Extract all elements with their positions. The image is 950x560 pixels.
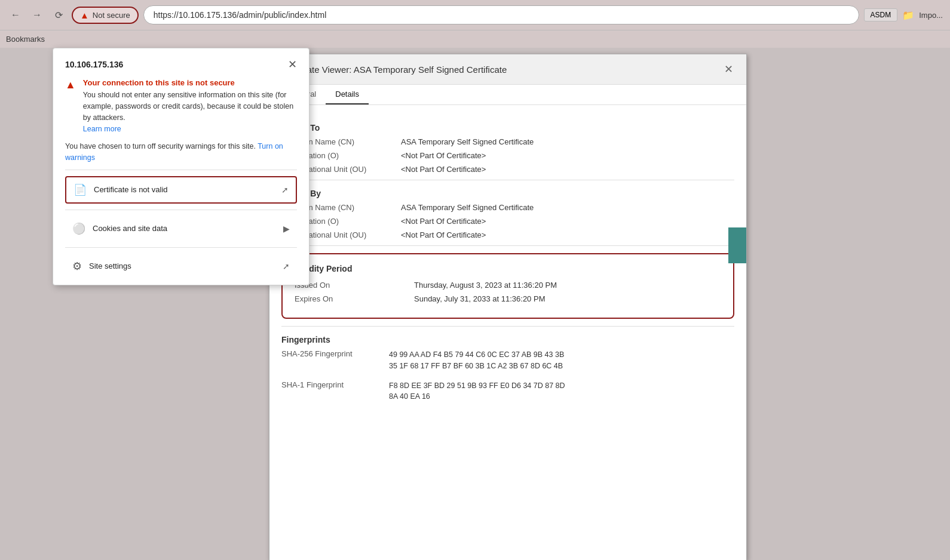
by-org-row: Organization (O) <Not Part Of Certificat… xyxy=(281,217,734,226)
issued-on-label: Issued On xyxy=(295,281,414,290)
expires-on-label: Expires On xyxy=(295,294,414,303)
divider-validity xyxy=(281,245,734,246)
cookies-menu-item[interactable]: ⚪ Cookies and site data ▶ xyxy=(65,216,297,241)
warning-triangle-icon: ▲ xyxy=(80,10,89,20)
warning-body: You should not enter any sensitive infor… xyxy=(83,90,297,123)
cookies-arrow-icon: ▶ xyxy=(283,224,290,233)
cookies-icon: ⚪ xyxy=(72,222,85,235)
security-popup: 10.106.175.136 ✕ ▲ Your connection to th… xyxy=(53,48,309,285)
browser-bar: ← → ⟳ ▲ Not secure https://10.106.175.13… xyxy=(0,0,950,30)
security-warning-block: ▲ Your connection to this site is not se… xyxy=(65,78,297,134)
not-secure-label: Not secure xyxy=(93,11,130,20)
address-bar[interactable]: https://10.106.175.136/admin/public/inde… xyxy=(143,5,859,24)
main-content: Certificate Viewer: ASA Temporary Self S… xyxy=(0,48,950,560)
popup-divider-2 xyxy=(65,210,297,210)
gear-icon: ⚙ xyxy=(72,260,82,273)
issued-by-title: Issued By xyxy=(281,189,734,198)
org-value: <Not Part Of Certificate> xyxy=(401,151,486,160)
external-link-icon: ➚ xyxy=(281,185,289,195)
popup-header: 10.106.175.136 ✕ xyxy=(65,58,297,71)
certificate-icon: 📄 xyxy=(73,183,87,196)
fingerprints-title: Fingerprints xyxy=(281,335,734,344)
learn-more-link[interactable]: Learn more xyxy=(83,125,121,133)
sha1-value: F8 8D EE 3F BD 29 51 9B 93 FF E0 D6 34 7… xyxy=(389,380,565,403)
divider-fingerprints xyxy=(281,326,734,327)
green-bar-element xyxy=(728,227,746,263)
cert-viewer-title: Certificate Viewer: ASA Temporary Self S… xyxy=(279,64,507,75)
folder-icon: 📁 xyxy=(902,10,914,21)
cert-org-row: Organization (O) <Not Part Of Certificat… xyxy=(281,151,734,160)
warnings-off-text: You have chosen to turn off security war… xyxy=(65,141,297,164)
warning-title: Your connection to this site is not secu… xyxy=(83,78,297,87)
tab-details[interactable]: Details xyxy=(326,85,369,104)
cookies-item-label: Cookies and site data xyxy=(93,224,283,233)
popup-close-button[interactable]: ✕ xyxy=(288,58,297,71)
cert-viewer-dialog: Certificate Viewer: ASA Temporary Self S… xyxy=(269,54,747,560)
sha1-label: SHA-1 Fingerprint xyxy=(281,380,389,403)
by-cn-value: ASA Temporary Self Signed Certificate xyxy=(401,203,534,212)
issued-on-value: Thursday, August 3, 2023 at 11:36:20 PM xyxy=(414,281,557,290)
cert-cn-row: Common Name (CN) ASA Temporary Self Sign… xyxy=(281,137,734,146)
bookmarks-label[interactable]: Bookmarks xyxy=(6,35,45,44)
sha256-label: SHA-256 Fingerprint xyxy=(281,349,389,372)
by-ou-value: <Not Part Of Certificate> xyxy=(401,230,486,239)
warning-content: Your connection to this site is not secu… xyxy=(83,78,297,134)
back-button[interactable]: ← xyxy=(7,7,24,23)
popup-divider-3 xyxy=(65,247,297,248)
asdm-button[interactable]: ASDM xyxy=(864,8,898,21)
not-secure-button[interactable]: ▲ Not secure xyxy=(72,7,139,24)
cert-viewer-header: Certificate Viewer: ASA Temporary Self S… xyxy=(269,54,746,85)
cert-viewer-close-button[interactable]: ✕ xyxy=(721,61,737,77)
cert-viewer-body: Issued To Common Name (CN) ASA Temporary… xyxy=(269,105,746,560)
cn-value: ASA Temporary Self Signed Certificate xyxy=(401,137,534,146)
cert-ou-row: Organizational Unit (OU) <Not Part Of Ce… xyxy=(281,165,734,174)
refresh-button[interactable]: ⟳ xyxy=(50,7,67,23)
validity-period-box: Validity Period Issued On Thursday, Augu… xyxy=(281,253,734,319)
impo-label: Impo... xyxy=(919,11,943,20)
validity-title: Validity Period xyxy=(295,264,721,273)
site-settings-label: Site settings xyxy=(89,261,283,270)
by-org-value: <Not Part Of Certificate> xyxy=(401,217,486,226)
turn-on-warnings-link[interactable]: Turn on warnings xyxy=(65,142,283,162)
divider-issued-by xyxy=(281,180,734,180)
warning-triangle-popup-icon: ▲ xyxy=(65,79,76,134)
bookmarks-bar: Bookmarks xyxy=(0,30,950,48)
forward-button[interactable]: → xyxy=(29,7,45,23)
sha1-row: SHA-1 Fingerprint F8 8D EE 3F BD 29 51 9… xyxy=(281,380,734,403)
by-cn-row: Common Name (CN) ASA Temporary Self Sign… xyxy=(281,203,734,212)
by-ou-row: Organizational Unit (OU) <Not Part Of Ce… xyxy=(281,230,734,239)
expires-on-row: Expires On Sunday, July 31, 2033 at 11:3… xyxy=(295,294,721,303)
popup-divider-1 xyxy=(65,170,297,170)
expires-on-value: Sunday, July 31, 2033 at 11:36:20 PM xyxy=(414,294,545,303)
issued-on-row: Issued On Thursday, August 3, 2023 at 11… xyxy=(295,281,721,290)
sha256-value: 49 99 AA AD F4 B5 79 44 C6 0C EC 37 AB 9… xyxy=(389,349,564,372)
issued-to-title: Issued To xyxy=(281,123,734,133)
sha256-row: SHA-256 Fingerprint 49 99 AA AD F4 B5 79… xyxy=(281,349,734,372)
cert-item-label: Certificate is not valid xyxy=(94,185,281,194)
cert-viewer-tabs: General Details xyxy=(269,85,746,105)
top-right-buttons: ASDM 📁 Impo... xyxy=(864,8,943,21)
certificate-menu-item[interactable]: 📄 Certificate is not valid ➚ xyxy=(65,176,297,204)
ou-value: <Not Part Of Certificate> xyxy=(401,165,486,174)
popup-title: 10.106.175.136 xyxy=(65,60,123,69)
site-settings-menu-item[interactable]: ⚙ Site settings ➚ xyxy=(65,254,297,279)
site-settings-external-icon: ➚ xyxy=(283,261,290,271)
